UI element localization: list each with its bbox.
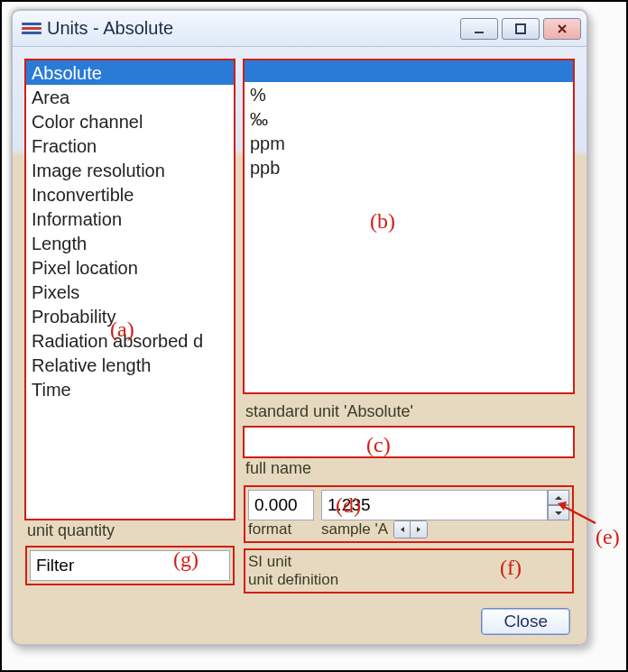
quantity-item[interactable]: Pixels	[26, 280, 234, 304]
svg-rect-1	[516, 24, 525, 33]
quantity-item[interactable]: Information	[26, 207, 234, 231]
quantity-item[interactable]: Relative length	[26, 353, 234, 377]
maximize-button[interactable]	[502, 18, 540, 40]
si-unit-value	[304, 553, 569, 571]
unit-item[interactable]: ppb	[245, 155, 573, 180]
quantity-item[interactable]: Inconvertible	[26, 182, 234, 207]
sample-prev[interactable]	[394, 521, 411, 538]
format-input[interactable]	[248, 490, 314, 520]
sample-caption: sample 'A	[321, 520, 388, 539]
unit-quantity-caption: unit quantity	[25, 520, 235, 542]
sample-input[interactable]	[321, 490, 548, 520]
close-window-button[interactable]	[543, 18, 581, 40]
full-name-caption: full name	[244, 457, 574, 480]
quantity-item[interactable]: Radiation absorbed d	[26, 328, 234, 353]
quantity-item[interactable]: Fraction	[26, 133, 234, 158]
quantity-item[interactable]: Absolute	[26, 60, 234, 85]
standard-unit-caption: standard unit 'Absolute'	[244, 400, 574, 423]
unit-definition-caption: unit definition	[248, 571, 569, 589]
quantity-item[interactable]: Length	[26, 231, 234, 255]
si-unit-caption: SI unit	[248, 553, 291, 571]
units-dialog: Units - Absolute AbsoluteAreaColor chann…	[11, 9, 588, 646]
full-name-input[interactable]	[244, 427, 574, 457]
quantity-item[interactable]: Time	[26, 377, 234, 401]
close-button[interactable]: Close	[481, 608, 570, 635]
unit-list[interactable]: %‰ppmppb	[244, 60, 574, 393]
unit-quantity-list[interactable]: AbsoluteAreaColor channelFractionImage r…	[25, 60, 235, 520]
sample-spin-down[interactable]	[548, 505, 569, 520]
annotation-e: (e)	[596, 525, 620, 549]
quantity-item[interactable]: Pixel location	[26, 255, 234, 280]
svg-rect-0	[475, 32, 484, 33]
unit-item[interactable]: ppm	[245, 131, 573, 155]
sample-nav[interactable]	[393, 520, 428, 539]
filter-input[interactable]	[30, 550, 230, 581]
titlebar: Units - Absolute	[13, 11, 586, 47]
unit-item-selected-empty[interactable]	[245, 60, 573, 82]
window-title: Units - Absolute	[47, 18, 173, 39]
unit-item[interactable]: %	[245, 82, 573, 106]
sample-next[interactable]	[411, 521, 427, 538]
app-icon	[22, 21, 42, 37]
quantity-item[interactable]: Color channel	[26, 109, 234, 133]
quantity-item[interactable]: Area	[26, 85, 234, 109]
quantity-item[interactable]: Probability	[26, 304, 234, 328]
minimize-button[interactable]	[460, 18, 498, 40]
format-caption: format	[248, 520, 314, 539]
sample-spin-up[interactable]	[548, 490, 569, 505]
unit-item[interactable]: ‰	[245, 106, 573, 131]
quantity-item[interactable]: Image resolution	[26, 158, 234, 182]
